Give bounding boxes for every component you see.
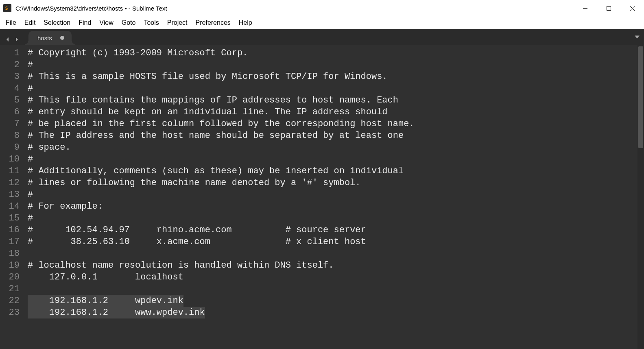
editor-body: 1234567891011121314151617181920212223 # … bbox=[0, 45, 644, 349]
line-number[interactable]: 11 bbox=[4, 165, 20, 177]
line-number[interactable]: 2 bbox=[4, 59, 20, 71]
nav-back-button[interactable] bbox=[5, 37, 11, 42]
nav-forward-button[interactable] bbox=[14, 37, 20, 42]
code-line[interactable] bbox=[28, 283, 644, 295]
line-number[interactable]: 22 bbox=[4, 295, 20, 307]
svg-text:S: S bbox=[5, 5, 8, 11]
menu-project[interactable]: Project bbox=[163, 17, 192, 28]
code-line[interactable] bbox=[28, 248, 644, 260]
menu-selection[interactable]: Selection bbox=[39, 17, 74, 28]
line-number[interactable]: 17 bbox=[4, 236, 20, 248]
maximize-button[interactable] bbox=[597, 0, 620, 16]
code-line[interactable]: # 102.54.94.97 rhino.acme.com # source s… bbox=[28, 224, 644, 236]
code-line[interactable]: # 38.25.63.10 x.acme.com # x client host bbox=[28, 236, 644, 248]
tabbar: hosts bbox=[0, 29, 644, 45]
nav-arrows bbox=[3, 37, 24, 45]
line-number[interactable]: 3 bbox=[4, 71, 20, 83]
menu-tools[interactable]: Tools bbox=[140, 17, 163, 28]
line-number[interactable]: 18 bbox=[4, 248, 20, 260]
menubar: File Edit Selection Find View Goto Tools… bbox=[0, 16, 644, 29]
line-number[interactable]: 9 bbox=[4, 142, 20, 153]
line-number[interactable]: 16 bbox=[4, 224, 20, 236]
line-number[interactable]: 1 bbox=[4, 47, 20, 59]
line-number[interactable]: 14 bbox=[4, 201, 20, 212]
line-number[interactable]: 12 bbox=[4, 177, 20, 189]
line-number[interactable]: 21 bbox=[4, 283, 20, 295]
menu-file[interactable]: File bbox=[2, 17, 20, 28]
code-line[interactable]: 127.0.0.1 localhost bbox=[28, 271, 644, 283]
minimize-button[interactable] bbox=[573, 0, 597, 16]
code-line[interactable]: # bbox=[28, 153, 644, 165]
menu-view[interactable]: View bbox=[95, 17, 117, 28]
code-line[interactable]: # bbox=[28, 212, 644, 224]
line-number[interactable]: 5 bbox=[4, 94, 20, 106]
code-line[interactable]: # This is a sample HOSTS file used by Mi… bbox=[28, 71, 644, 83]
code-line[interactable]: # entry should be kept on an individual … bbox=[28, 106, 644, 118]
menu-goto[interactable]: Goto bbox=[118, 17, 140, 28]
menu-edit[interactable]: Edit bbox=[20, 17, 40, 28]
code-line[interactable]: # Additionally, comments (such as these)… bbox=[28, 165, 644, 177]
window-controls bbox=[573, 0, 644, 16]
code-line[interactable]: # This file contains the mappings of IP … bbox=[28, 94, 644, 106]
scrollbar-thumb[interactable] bbox=[638, 46, 643, 148]
code-line[interactable]: # lines or following the machine name de… bbox=[28, 177, 644, 189]
line-number[interactable]: 6 bbox=[4, 106, 20, 118]
code-line[interactable]: # bbox=[28, 83, 644, 94]
line-number[interactable]: 13 bbox=[4, 189, 20, 201]
tab-menu-button[interactable] bbox=[634, 34, 640, 41]
line-number[interactable]: 8 bbox=[4, 130, 20, 142]
window-title: C:\Windows\System32\drivers\etc\hosts • … bbox=[15, 5, 167, 12]
code-line[interactable]: # localhost name resolution is handled w… bbox=[28, 260, 644, 271]
line-number[interactable]: 23 bbox=[4, 307, 20, 318]
code-line[interactable]: # space. bbox=[28, 142, 644, 153]
line-number[interactable]: 7 bbox=[4, 118, 20, 130]
line-number[interactable]: 20 bbox=[4, 271, 20, 283]
menu-preferences[interactable]: Preferences bbox=[192, 17, 235, 28]
tab-hosts[interactable]: hosts bbox=[28, 31, 72, 45]
titlebar[interactable]: S C:\Windows\System32\drivers\etc\hosts … bbox=[0, 0, 644, 16]
code-line[interactable]: # be placed in the first column followed… bbox=[28, 118, 644, 130]
scrollbar[interactable] bbox=[637, 45, 644, 349]
menu-find[interactable]: Find bbox=[74, 17, 95, 28]
menu-help[interactable]: Help bbox=[235, 17, 256, 28]
tab-label: hosts bbox=[37, 35, 52, 41]
code-line[interactable]: 192.168.1.2 www.wpdev.ink bbox=[28, 307, 644, 318]
code-line[interactable]: # For example: bbox=[28, 201, 644, 212]
editor-chrome: hosts 1234567891011121314151617181920212… bbox=[0, 29, 644, 349]
code-line[interactable]: # bbox=[28, 59, 644, 71]
svg-rect-2 bbox=[607, 6, 611, 10]
close-button[interactable] bbox=[620, 0, 644, 16]
dirty-indicator-icon bbox=[60, 36, 64, 40]
app-icon: S bbox=[3, 4, 11, 12]
code-line[interactable]: # Copyright (c) 1993-2009 Microsoft Corp… bbox=[28, 47, 644, 59]
line-number[interactable]: 10 bbox=[4, 153, 20, 165]
line-number[interactable]: 19 bbox=[4, 260, 20, 271]
line-number[interactable]: 15 bbox=[4, 212, 20, 224]
gutter[interactable]: 1234567891011121314151617181920212223 bbox=[0, 45, 24, 349]
code-line[interactable]: 192.168.1.2 wpdev.ink bbox=[28, 295, 644, 307]
code-line[interactable]: # bbox=[28, 189, 644, 201]
code-area[interactable]: # Copyright (c) 1993-2009 Microsoft Corp… bbox=[24, 45, 644, 349]
code-line[interactable]: # The IP address and the host name shoul… bbox=[28, 130, 644, 142]
line-number[interactable]: 4 bbox=[4, 83, 20, 94]
